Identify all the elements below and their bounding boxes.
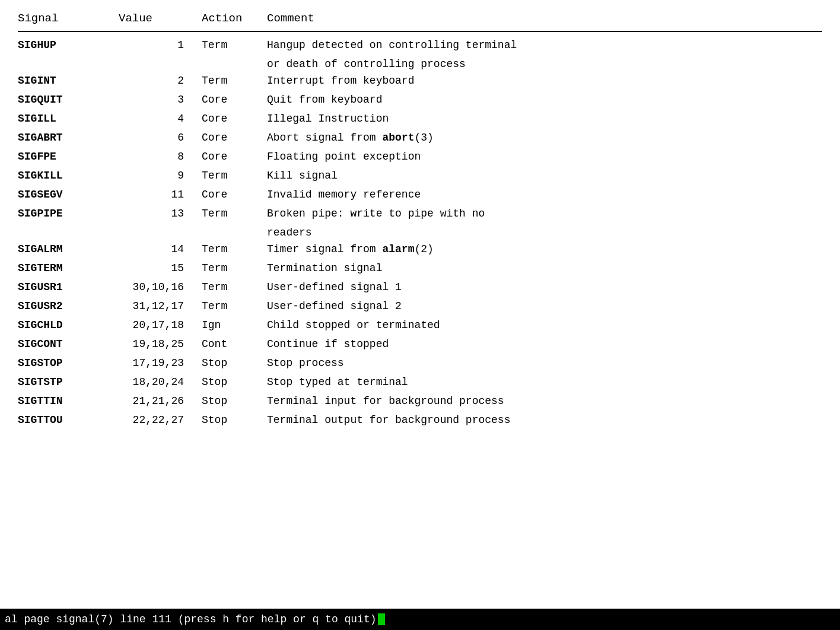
table-row: SIGFPE8CoreFloating point exception (18, 151, 822, 168)
cell-comment: Abort signal from abort(3) (267, 132, 822, 144)
cell-signal: SIGQUIT (18, 94, 119, 106)
table-header: Signal Value Action Comment (18, 12, 822, 32)
cell-signal: SIGILL (18, 113, 119, 125)
table-row: SIGUSR130,10,16TermUser-defined signal 1 (18, 281, 822, 299)
cell-comment: Hangup detected on controlling terminal (267, 39, 822, 51)
cell-comment: Invalid memory reference (267, 189, 822, 201)
cell-signal: SIGTTOU (18, 414, 119, 426)
header-signal: Signal (18, 12, 119, 25)
cell-action: Term (202, 243, 267, 255)
cell-action: Ign (202, 319, 267, 331)
cell-signal: SIGUSR2 (18, 300, 119, 312)
cell-value: 9 (119, 170, 202, 182)
cell-value: 15 (119, 262, 202, 274)
status-bar: al page signal(7) line 111 (press h for … (0, 609, 840, 630)
cell-value: 17,19,23 (119, 357, 202, 369)
cell-value: 11 (119, 189, 202, 201)
table-row: SIGCONT19,18,25ContContinue if stopped (18, 338, 822, 356)
comment-continuation-text: readers (267, 227, 822, 238)
table-row: SIGCHLD20,17,18IgnChild stopped or termi… (18, 319, 822, 337)
cell-signal: SIGUSR1 (18, 281, 119, 293)
cell-comment: Continue if stopped (267, 338, 822, 350)
cell-action: Core (202, 113, 267, 125)
header-action: Action (202, 12, 267, 25)
cell-comment: Stop typed at terminal (267, 376, 822, 388)
cell-value: 21,21,26 (119, 395, 202, 407)
cell-value: 18,20,24 (119, 376, 202, 388)
cursor-block (378, 613, 385, 625)
signal-table: SIGHUP1TermHangup detected on controllin… (18, 39, 822, 432)
cell-value: 8 (119, 151, 202, 163)
cell-comment: Terminal output for background process (267, 414, 822, 426)
header-comment: Comment (267, 12, 822, 25)
cell-action: Term (202, 262, 267, 274)
cell-value: 20,17,18 (119, 319, 202, 331)
comment-continuation-text: or death of controlling process (267, 58, 822, 70)
cell-signal: SIGHUP (18, 39, 119, 51)
table-row: SIGHUP1TermHangup detected on controllin… (18, 39, 822, 57)
cell-action: Term (202, 170, 267, 182)
cell-action: Stop (202, 357, 267, 369)
cell-signal: SIGTTIN (18, 395, 119, 407)
cell-action: Stop (202, 376, 267, 388)
table-row: SIGKILL9TermKill signal (18, 170, 822, 187)
cell-comment: User-defined signal 2 (267, 300, 822, 312)
cell-signal: SIGTERM (18, 262, 119, 274)
comment-continuation: readers (18, 227, 822, 238)
cell-action: Stop (202, 414, 267, 426)
cell-action: Term (202, 39, 267, 51)
cell-comment: Stop process (267, 357, 822, 369)
table-row: SIGQUIT3CoreQuit from keyboard (18, 94, 822, 112)
cell-comment: Illegal Instruction (267, 113, 822, 125)
cell-comment: Child stopped or terminated (267, 319, 822, 331)
main-content: Signal Value Action Comment SIGHUP1TermH… (0, 0, 840, 609)
cell-comment: Floating point exception (267, 151, 822, 163)
cell-action: Term (202, 300, 267, 312)
table-row: SIGALRM14TermTimer signal from alarm(2) (18, 243, 822, 261)
cell-signal: SIGALRM (18, 243, 119, 255)
cell-value: 1 (119, 39, 202, 51)
cell-value: 2 (119, 75, 202, 87)
table-row: SIGUSR231,12,17TermUser-defined signal 2 (18, 300, 822, 318)
cell-value: 30,10,16 (119, 281, 202, 293)
cell-comment: Timer signal from alarm(2) (267, 243, 822, 255)
comment-continuation: or death of controlling process (18, 58, 822, 70)
cell-action: Core (202, 189, 267, 201)
cell-signal: SIGKILL (18, 170, 119, 182)
table-row: SIGPIPE13TermBroken pipe: write to pipe … (18, 208, 822, 225)
table-row: SIGTTOU22,22,27StopTerminal output for b… (18, 414, 822, 432)
cell-comment: User-defined signal 1 (267, 281, 822, 293)
cell-signal: SIGSEGV (18, 189, 119, 201)
cell-value: 13 (119, 208, 202, 219)
header-value: Value (119, 12, 202, 25)
cell-value: 4 (119, 113, 202, 125)
cell-signal: SIGCONT (18, 338, 119, 350)
cell-comment: Terminal input for background process (267, 395, 822, 407)
cell-action: Core (202, 151, 267, 163)
cell-comment: Kill signal (267, 170, 822, 182)
cell-comment: Broken pipe: write to pipe with no (267, 208, 822, 219)
table-row: SIGTSTP18,20,24StopStop typed at termina… (18, 376, 822, 394)
table-row: SIGABRT6CoreAbort signal from abort(3) (18, 132, 822, 149)
table-row: SIGILL4CoreIllegal Instruction (18, 113, 822, 131)
cell-action: Term (202, 208, 267, 219)
cell-action: Term (202, 281, 267, 293)
table-row: SIGTTIN21,21,26StopTerminal input for ba… (18, 395, 822, 413)
cell-signal: SIGPIPE (18, 208, 119, 219)
cell-signal: SIGFPE (18, 151, 119, 163)
cell-value: 22,22,27 (119, 414, 202, 426)
table-row: SIGSEGV11CoreInvalid memory reference (18, 189, 822, 206)
table-row: SIGSTOP17,19,23StopStop process (18, 357, 822, 375)
cell-value: 31,12,17 (119, 300, 202, 312)
cell-action: Core (202, 132, 267, 144)
cell-comment: Interrupt from keyboard (267, 75, 822, 87)
cell-value: 19,18,25 (119, 338, 202, 350)
cell-signal: SIGABRT (18, 132, 119, 144)
status-bar-text: al page signal(7) line 111 (press h for … (5, 613, 377, 625)
cell-signal: SIGTSTP (18, 376, 119, 388)
table-row: SIGTERM15TermTermination signal (18, 262, 822, 280)
cell-value: 14 (119, 243, 202, 255)
cell-comment: Termination signal (267, 262, 822, 274)
cell-action: Term (202, 75, 267, 87)
cell-signal: SIGCHLD (18, 319, 119, 331)
